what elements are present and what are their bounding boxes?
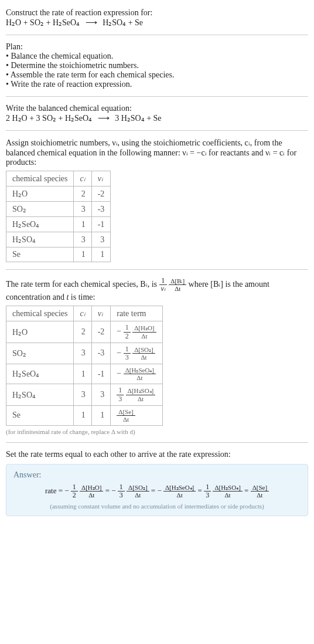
frac-num: 1 <box>118 483 125 492</box>
prompt-section: Construct the rate of reaction expressio… <box>6 5 308 31</box>
cell-vi: -2 <box>91 187 111 202</box>
cell-ci: 1 <box>74 248 91 262</box>
balanced-title: Write the balanced chemical equation: <box>6 104 308 113</box>
header-text: νᵢ <box>98 174 103 183</box>
col-vi: νᵢ <box>91 306 111 321</box>
delta-frac: Δ[H₂SeO₄]Δt <box>124 367 156 381</box>
frac-den: 2 <box>71 492 78 499</box>
arrow-icon: ⟶ <box>94 114 113 123</box>
cell-vi: -1 <box>91 217 111 232</box>
plan-bullet: • Write the rate of reaction expression. <box>6 80 308 89</box>
frac-num: 1 <box>117 387 124 395</box>
delta-frac: Δ[H₂SO₄]Δt <box>213 484 242 499</box>
frac-den: 3 <box>118 492 125 499</box>
coef-frac: 13 <box>118 483 125 499</box>
table-row: H₂SeO₄1-1− Δ[H₂SeO₄]Δt <box>6 364 163 384</box>
frac-den: Δt <box>132 333 156 340</box>
frac-den: 3 <box>204 492 211 499</box>
frac-num: Δ[H₂O] <box>80 484 103 492</box>
coef-frac: 13 <box>204 483 211 499</box>
delta-frac: Δ[H₂O]Δt <box>80 484 103 499</box>
delta-frac: Δ[H₂SeO₄]Δt <box>163 484 196 499</box>
rateterm-intro: The rate term for each chemical species,… <box>6 277 308 302</box>
table-row: H₂O2-2− 12 Δ[H₂O]Δt <box>6 321 163 343</box>
frac-num: Δ[SO₂] <box>132 346 155 354</box>
col-species: chemical species <box>6 171 74 187</box>
frac-den: νᵢ <box>159 285 167 293</box>
cell-ci: 1 <box>74 217 91 232</box>
cell-vi: -3 <box>91 343 111 364</box>
cell-species: H₂SO₄ <box>6 384 74 405</box>
cell-vi: 3 <box>91 384 111 405</box>
plan-bullet-text: Write the rate of reaction expression. <box>11 80 132 89</box>
plan-bullet: • Determine the stoichiometric numbers. <box>6 61 308 70</box>
cell-species: H₂O <box>6 187 74 202</box>
stoich-text: Assign stoichiometric numbers, νᵢ, using… <box>6 138 308 167</box>
table-row: SO₂3-3 <box>6 202 111 217</box>
plan-bullet: • Balance the chemical equation. <box>6 52 308 61</box>
frac-den: Δt <box>126 395 155 402</box>
plan-bullet-text: Balance the chemical equation. <box>11 52 113 60</box>
header-text: cᵢ <box>80 174 85 183</box>
answer-note: (assuming constant volume and no accumul… <box>13 503 301 510</box>
frac-den: 3 <box>117 395 124 403</box>
cell-vi: -1 <box>91 364 111 384</box>
cell-ci: 2 <box>74 187 91 202</box>
frac-delta-bi: Δ[Bᵢ] Δt <box>169 277 186 292</box>
delta-frac: Δ[Se]Δt <box>117 408 135 423</box>
table-header-row: chemical species cᵢ νᵢ rate term <box>6 306 163 321</box>
coef-frac: 12 <box>71 483 78 499</box>
answer-label: Answer: <box>13 470 301 480</box>
cell-ci: 3 <box>74 343 91 364</box>
rate-expression: rate = − 12 Δ[H₂O]Δt = − 13 Δ[SO₂]Δt = −… <box>13 483 301 499</box>
coef-frac: 13 <box>117 387 124 402</box>
table-row: H₂SO₄3313 Δ[H₂SO₄]Δt <box>6 384 163 405</box>
table-row: SO₂3-3− 13 Δ[SO₂]Δt <box>6 343 163 364</box>
eq-lhs: 2 H₂O + 3 SO₂ + H₂SeO₄ <box>6 114 92 123</box>
cell-ci: 1 <box>74 405 91 425</box>
divider <box>6 96 308 97</box>
table-row: H₂O2-2 <box>6 187 111 202</box>
rate-table: chemical species cᵢ νᵢ rate term H₂O2-2−… <box>6 306 163 426</box>
frac-num: Δ[H₂SO₄] <box>213 484 242 492</box>
eq-rhs: 3 H₂SO₄ + Se <box>115 114 161 123</box>
cell-species: Se <box>6 248 74 262</box>
divider <box>6 130 308 131</box>
col-species: chemical species <box>6 306 74 321</box>
delta-frac: Δ[H₂SO₄]Δt <box>126 387 155 402</box>
coef-frac: 12 <box>124 324 131 340</box>
stoich-section: Assign stoichiometric numbers, νᵢ, using… <box>6 134 308 266</box>
cell-vi: -3 <box>91 202 111 217</box>
table-row: H₂SeO₄1-1 <box>6 217 111 232</box>
frac-num: Δ[Se] <box>117 408 135 416</box>
cell-ci: 1 <box>74 364 91 384</box>
frac-num: 1 <box>159 277 167 285</box>
balanced-equation: 2 H₂O + 3 SO₂ + H₂SeO₄ ⟶ 3 H₂SO₄ + Se <box>6 113 308 123</box>
sign: − <box>64 486 69 495</box>
cell-vi: 1 <box>91 248 111 262</box>
frac-den: Δt <box>213 492 242 499</box>
cell-vi: 3 <box>91 232 111 248</box>
divider <box>6 269 308 270</box>
frac-den: Δt <box>163 492 196 499</box>
cell-vi: 1 <box>91 405 111 425</box>
table-header-row: chemical species cᵢ νᵢ <box>6 171 111 187</box>
cell-rate: − 12 Δ[H₂O]Δt <box>111 321 162 343</box>
answer-box: Answer: rate = − 12 Δ[H₂O]Δt = − 13 Δ[SO… <box>6 464 308 516</box>
frac-num: 1 <box>71 483 78 492</box>
stoich-table: chemical species cᵢ νᵢ H₂O2-2 SO₂3-3 H₂S… <box>6 171 111 262</box>
cell-rate: Δ[Se]Δt <box>111 405 162 425</box>
sign: − <box>157 486 161 495</box>
delta-frac: Δ[Se]Δt <box>251 484 269 499</box>
table-row: Se11Δ[Se]Δt <box>6 405 163 425</box>
unbalanced-equation: H₂O + SO₂ + H₂SeO₄ ⟶ H₂SO₄ + Se <box>6 18 308 28</box>
header-text: cᵢ <box>80 309 85 318</box>
plan-bullet-text: Assemble the rate term for each chemical… <box>11 70 175 79</box>
frac-num: Δ[H₂SO₄] <box>126 387 155 395</box>
frac-num: Δ[H₂SeO₄] <box>124 367 156 374</box>
frac-num: 1 <box>124 345 131 354</box>
delta-frac: Δ[SO₂]Δt <box>127 484 149 499</box>
cell-species: H₂SO₄ <box>6 232 74 248</box>
cell-rate: − 13 Δ[SO₂]Δt <box>111 343 162 364</box>
cell-species: H₂SeO₄ <box>6 217 74 232</box>
